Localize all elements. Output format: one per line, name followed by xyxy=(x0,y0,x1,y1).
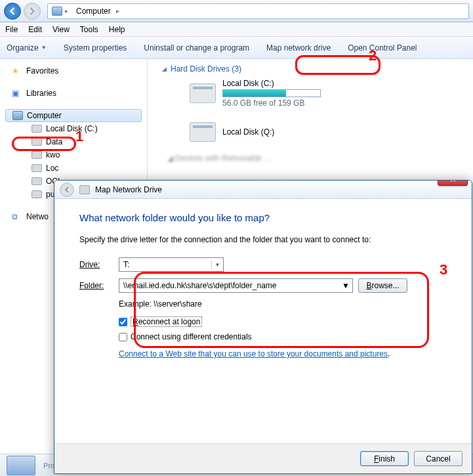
back-button[interactable] xyxy=(60,183,74,197)
menu-help[interactable]: Help xyxy=(109,25,125,34)
tree-drive-kwo[interactable]: kwo xyxy=(25,148,147,162)
drive-icon xyxy=(31,125,42,133)
network-icon: ⧉ xyxy=(12,212,22,221)
tree-libraries[interactable]: ▣Libraries xyxy=(5,87,147,100)
breadcrumb-root[interactable]: ▸ xyxy=(48,4,72,18)
dialog-title: Map Network Drive xyxy=(95,185,162,194)
star-icon: ★ xyxy=(12,66,22,76)
folder-path-input[interactable]: \\email.ied.edu.hk\share\s\dept\folder_n… xyxy=(119,278,353,293)
connect-website-link[interactable]: Connect to a Web site that you can use t… xyxy=(119,349,388,358)
drive-icon xyxy=(190,83,216,103)
folder-example: Example: \\server\share xyxy=(119,299,447,309)
drive-icon xyxy=(31,138,42,146)
menu-bar: File Edit View Tools Help xyxy=(0,22,473,37)
computer-icon xyxy=(52,7,62,16)
close-button[interactable] xyxy=(438,180,468,186)
section-removable: ◢ Devices with Removable ... xyxy=(167,154,473,163)
dialog-footer: Finish Cancel xyxy=(54,443,472,473)
breadcrumb-computer[interactable]: Computer▸ xyxy=(72,4,123,18)
drive-item-q[interactable]: Local Disk (Q:) xyxy=(190,122,473,142)
different-credentials-checkbox[interactable] xyxy=(119,333,127,341)
forward-button[interactable] xyxy=(24,3,41,20)
annotation-1: 1 xyxy=(75,128,83,145)
drive-icon xyxy=(31,164,42,172)
computer-icon xyxy=(12,111,23,120)
chevron-down-icon: ▼ xyxy=(342,281,350,290)
drive-item-c[interactable]: Local Disk (C:) 56.0 GB free of 159 GB xyxy=(190,79,473,108)
nav-bar: ▸ Computer▸ xyxy=(0,0,473,22)
connect-website-link-row: Connect to a Web site that you can use t… xyxy=(119,349,447,358)
browse-button[interactable]: Browse... xyxy=(358,278,407,293)
disk-usage-bar xyxy=(222,89,321,97)
computer-icon xyxy=(7,456,35,475)
drive-name: Local Disk (C:) xyxy=(222,79,321,88)
address-bar[interactable]: ▸ Computer▸ xyxy=(47,3,469,19)
section-hard-drives[interactable]: ◢Hard Disk Drives (3) xyxy=(162,64,473,74)
dialog-instruction: Specify the drive letter for the connect… xyxy=(79,235,447,244)
tree-drive-data[interactable]: Data xyxy=(25,135,147,148)
open-control-panel-button[interactable]: Open Control Panel xyxy=(348,43,417,53)
toolbar: Organize▼ System properties Uninstall or… xyxy=(0,37,473,59)
map-network-drive-button[interactable]: Map network drive xyxy=(266,43,331,53)
tree-drive-c[interactable]: Local Disk (C:) xyxy=(25,122,147,135)
organize-button[interactable]: Organize▼ xyxy=(7,43,47,53)
tree-drive-loc[interactable]: Loc xyxy=(25,162,147,175)
drive-name: Local Disk (Q:) xyxy=(222,127,274,137)
menu-file[interactable]: File xyxy=(5,25,18,34)
annotation-2: 2 xyxy=(369,47,377,64)
uninstall-button[interactable]: Uninstall or change a program xyxy=(144,43,249,53)
annotation-3: 3 xyxy=(440,261,447,278)
tree-computer[interactable]: Computer xyxy=(5,109,142,122)
chevron-down-icon: ▼ xyxy=(211,260,220,269)
dialog-titlebar: Map Network Drive xyxy=(54,181,472,199)
menu-view[interactable]: View xyxy=(52,25,70,34)
folder-label: Folder: xyxy=(79,281,119,290)
cancel-button[interactable]: Cancel xyxy=(414,451,463,466)
libraries-icon: ▣ xyxy=(12,89,22,98)
drive-icon xyxy=(31,177,42,185)
drive-icon xyxy=(190,122,216,142)
drive-label: Drive: xyxy=(79,260,119,269)
drive-free-text: 56.0 GB free of 159 GB xyxy=(222,98,321,108)
finish-button[interactable]: Finish xyxy=(360,451,409,466)
back-button[interactable] xyxy=(4,3,21,20)
system-properties-button[interactable]: System properties xyxy=(64,43,127,53)
drive-icon xyxy=(31,190,42,198)
drive-icon xyxy=(31,151,42,159)
drive-icon xyxy=(79,185,90,194)
menu-tools[interactable]: Tools xyxy=(80,25,98,34)
reconnect-checkbox[interactable] xyxy=(119,318,127,326)
dialog-heading: What network folder would you like to ma… xyxy=(79,212,447,223)
map-network-drive-dialog: Map Network Drive What network folder wo… xyxy=(54,180,472,474)
tree-favorites[interactable]: ★Favorites xyxy=(5,64,147,77)
drive-letter-select[interactable]: T:▼ xyxy=(119,257,224,272)
different-credentials-row: Connect using different credentials xyxy=(119,332,447,341)
collapse-icon: ◢ xyxy=(162,66,167,72)
menu-edit[interactable]: Edit xyxy=(28,25,42,34)
reconnect-row: Reconnect at logon xyxy=(119,316,447,327)
